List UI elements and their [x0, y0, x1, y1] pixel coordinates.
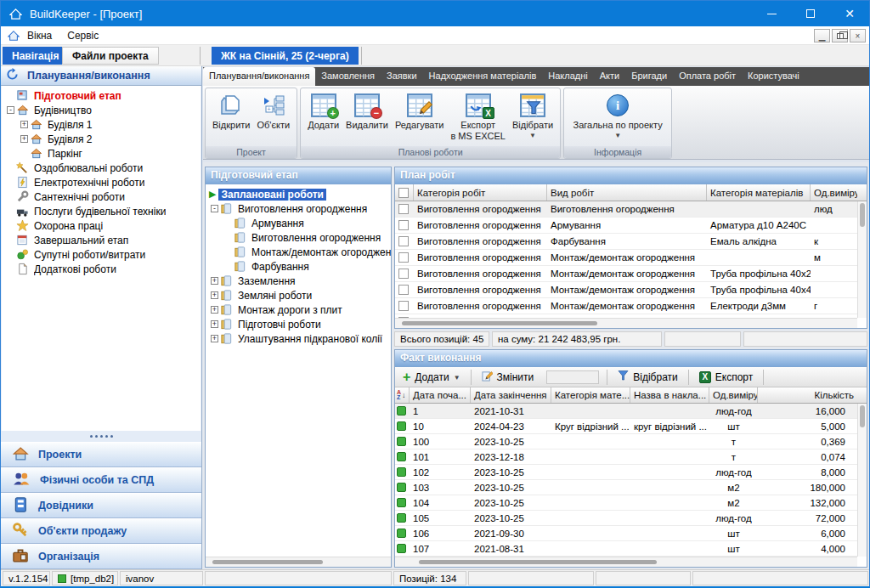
mdi-minimize-button[interactable]: ▁	[814, 29, 830, 42]
tree-item-final-stage[interactable]: Завершальний етап	[2, 233, 201, 247]
stage-item-earthworks[interactable]: + Земляні роботи	[206, 288, 391, 302]
stage-item-painting[interactable]: Фарбування	[206, 259, 391, 274]
expand-icon[interactable]: +	[20, 121, 28, 128]
ribbon-tab-work-payment[interactable]: Оплата робіт	[673, 67, 742, 86]
ribbon-tab-planning[interactable]: Планування/виконання	[203, 67, 315, 86]
add-button[interactable]: + Додати	[304, 92, 342, 132]
column-header[interactable]: Од.виміру	[811, 184, 857, 201]
plan-table-row[interactable]: Виготовлення огородженняВиготовлення ого…	[395, 201, 857, 218]
fact-table-row[interactable]: 102024-04-23Круг відрізний ...круг відрі…	[395, 419, 857, 434]
fact-filter-button[interactable]: Відібрати	[610, 369, 686, 386]
objects-button[interactable]: + Об'єкти	[253, 92, 293, 132]
mdi-restore-button[interactable]	[832, 29, 848, 42]
tree-item-additional-works[interactable]: Додаткові роботи	[2, 262, 201, 276]
tab-navigation[interactable]: Навігація	[3, 47, 68, 65]
plan-vertical-scrollbar[interactable]	[857, 201, 867, 318]
plan-table-row[interactable]: Виготовлення огородженняМонтаж/демонтаж …	[395, 266, 857, 282]
expand-icon[interactable]: +	[211, 335, 218, 342]
column-header[interactable]: Кількість	[758, 387, 857, 403]
stage-item-fence-mounting[interactable]: Монтаж/демонтаж огородження	[206, 245, 391, 259]
nav-button-directories[interactable]: Довідники	[1, 493, 201, 518]
fact-table-row[interactable]: 1062021-09-30шт6,000	[395, 526, 857, 541]
fact-table-row[interactable]: 1052023-10-25люд-год72,000	[395, 511, 857, 526]
stage-item-preparatory-works[interactable]: + Підготовчі роботи	[206, 317, 391, 331]
row-checkbox[interactable]	[398, 301, 409, 311]
export-excel-button[interactable]: X Експорт в MS EXCEL	[447, 92, 509, 142]
expand-icon[interactable]: +	[211, 320, 218, 328]
fact-add-button[interactable]: + Додати ▼	[395, 369, 468, 386]
row-checkbox[interactable]	[398, 220, 409, 230]
fact-horizontal-scrollbar[interactable]	[395, 557, 857, 567]
fact-table-row[interactable]: 1072021-08-31шт4,000	[395, 541, 857, 557]
fact-vertical-scrollbar[interactable]	[857, 404, 867, 557]
tree-item-stage[interactable]: Підготовчий етап	[2, 88, 201, 103]
delete-button[interactable]: − Видалити	[342, 92, 392, 132]
fact-table-row[interactable]: 1032023-10-25м2180,000	[395, 480, 857, 495]
column-header[interactable]: Дата поча...	[410, 387, 471, 403]
tree-item-building-1[interactable]: + Будівля 1	[2, 117, 201, 132]
tree-item-labor-safety[interactable]: Охорона праці	[2, 218, 201, 233]
plan-table-row[interactable]: Виготовлення огородженняМонтаж/демонтаж …	[395, 250, 857, 266]
project-summary-button[interactable]: i Загальна по проекту ▼	[568, 92, 668, 140]
expand-icon[interactable]: +	[211, 277, 218, 285]
stage-item-fence-production[interactable]: - Виготовлення огородження	[206, 201, 391, 216]
close-button[interactable]: ✕	[830, 1, 869, 26]
ribbon-tab-requests[interactable]: Заявки	[381, 67, 423, 86]
column-header[interactable]: Вид робіт	[547, 184, 707, 201]
tree-item-related-works[interactable]: Супутні роботи/витрати	[2, 247, 201, 262]
nav-button-persons[interactable]: Фізичні особи та СПД	[1, 467, 201, 493]
stage-item-slab-road[interactable]: + Монтаж дороги з плит	[206, 302, 391, 317]
nav-button-projects[interactable]: Проекти	[1, 442, 201, 467]
column-header[interactable]: Од.виміру	[709, 387, 758, 403]
ribbon-tab-material-receipts[interactable]: Надходження матеріалів	[423, 67, 543, 86]
tree-item-finishing-works[interactable]: Оздоблювальні роботи	[2, 161, 201, 175]
ribbon-tab-users[interactable]: Користувачі	[742, 67, 805, 86]
expand-icon[interactable]: +	[20, 135, 28, 143]
tree-item-building-2[interactable]: + Будівля 2	[2, 132, 201, 146]
minimize-button[interactable]	[752, 1, 791, 26]
sort-header-cell[interactable]: AZ↓	[395, 387, 410, 403]
expand-icon[interactable]: +	[211, 306, 218, 314]
stage-item-fence-production-child[interactable]: Виготовлення огородження	[206, 230, 391, 245]
row-checkbox[interactable]	[398, 269, 409, 279]
sidebar-splitter[interactable]	[1, 431, 201, 442]
plan-horizontal-scrollbar[interactable]	[395, 318, 857, 328]
stage-item-planned-works[interactable]: ▶ Заплановані роботи	[206, 187, 391, 201]
plan-table-row[interactable]: Виготовлення огородженняФарбуванняЕмаль …	[395, 234, 857, 250]
stage-item-grounding[interactable]: + Заземлення	[206, 274, 391, 288]
fact-table-row[interactable]: 1022023-10-25люд-год8,000	[395, 465, 857, 480]
ribbon-tab-acts[interactable]: Акти	[594, 67, 625, 86]
row-checkbox[interactable]	[398, 285, 409, 295]
fact-edit-button[interactable]: Змінити	[474, 369, 542, 386]
fact-table-row[interactable]: 1042023-10-25м2132,000	[395, 495, 857, 511]
mdi-close-button[interactable]: ×	[850, 29, 866, 42]
fact-table-row[interactable]: 1012023-12-18т0,074	[395, 449, 857, 465]
tab-project-files[interactable]: Файли проекта	[62, 47, 159, 65]
plan-table-row[interactable]: Виготовлення огородженняМонтаж/демонтаж …	[395, 282, 857, 298]
fact-table-row[interactable]: 12021-10-31люд-год16,000	[395, 404, 857, 419]
ribbon-tab-invoices[interactable]: Накладні	[542, 67, 593, 86]
ribbon-tab-brigades[interactable]: Бригади	[625, 67, 673, 86]
tree-item-electrical-works[interactable]: Електротехнічні роботи	[2, 175, 201, 189]
menu-service[interactable]: Сервіс	[59, 30, 106, 42]
open-button[interactable]: Відкрити	[209, 92, 253, 132]
nav-button-organization[interactable]: Організація	[1, 544, 201, 569]
row-checkbox[interactable]	[398, 252, 409, 263]
column-header[interactable]: Дата закінчення	[471, 387, 551, 403]
edit-button[interactable]: Редагувати	[392, 92, 448, 132]
stage-horizontal-scrollbar[interactable]	[206, 557, 391, 567]
collapse-icon[interactable]: -	[211, 205, 218, 212]
ribbon-tab-orders[interactable]: Замовлення	[315, 67, 381, 86]
stage-item-reinforcement[interactable]: Армування	[206, 216, 391, 230]
tab-project-document[interactable]: ЖК на Сінній, 25 (2-черга)	[212, 47, 359, 65]
tree-item-machinery-services[interactable]: Послуги будівельної техніки	[2, 204, 201, 218]
row-checkbox[interactable]	[398, 204, 409, 214]
filter-button[interactable]: Відібрати ▼	[509, 92, 556, 140]
collapse-icon[interactable]: -	[7, 106, 14, 114]
plan-table-row[interactable]: Виготовлення огородженняМонтаж/демонтаж …	[395, 298, 857, 314]
select-all-checkbox[interactable]	[398, 188, 409, 198]
expand-icon[interactable]: +	[211, 291, 218, 299]
row-checkbox[interactable]	[398, 236, 409, 246]
tree-item-plumbing-works[interactable]: Сантехнічні роботи	[2, 189, 201, 204]
nav-button-sales-objects[interactable]: Об'єкти продажу	[1, 518, 201, 544]
